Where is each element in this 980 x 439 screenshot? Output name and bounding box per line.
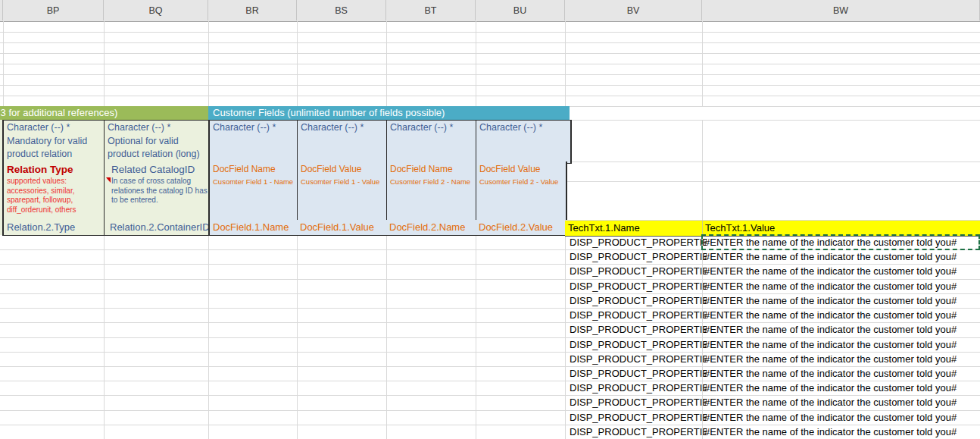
gridline-v (104, 21, 105, 106)
data-cell-value-row-6[interactable]: #ENTER the name of the indicator the cus… (702, 308, 980, 322)
data-cell-value-row-2[interactable]: #ENTER the name of the indicator the cus… (702, 249, 980, 264)
docfield-header-title: DocField Value (298, 161, 387, 175)
data-cell-name-row-7[interactable]: DISP_PRODUCT_PROPERTIES (565, 322, 707, 337)
docfield-header-subtitle: Cusomter Field 2 - Value (476, 175, 566, 187)
gridline-v (386, 21, 387, 106)
data-cell-value-row-5[interactable]: #ENTER the name of the indicator the cus… (702, 293, 980, 308)
band-customer-fields[interactable]: Customer Fields (unlimited number of fie… (208, 106, 570, 120)
data-cell-value-row-9[interactable]: #ENTER the name of the indicator the cus… (702, 352, 980, 366)
data-cell-name-row-11[interactable]: DISP_PRODUCT_PROPERTIES (565, 381, 707, 395)
data-cell-name-row-4[interactable]: DISP_PRODUCT_PROPERTIES (565, 279, 707, 293)
docfield-header-subtitle: Cusomter Field 2 - Name (387, 175, 476, 187)
gridline-h (0, 42, 980, 43)
docfield-header-title: DocField Name (210, 161, 298, 175)
cell-docfield-fieldname-4[interactable]: DocField.2.Value (476, 220, 570, 236)
band-customer-fields-label: Customer Fields (unlimited number of fie… (213, 107, 445, 118)
data-cell-value-row-12[interactable]: #ENTER the name of the indicator the cus… (702, 395, 980, 409)
docfield-header-subtitle: Cusomter Field 1 - Value (298, 175, 387, 187)
cell-docfield-header-3[interactable]: DocField NameCusomter Field 2 - Name (386, 161, 476, 220)
cell-docfield-fieldname-3[interactable]: DocField.2.Name (386, 220, 479, 236)
cell-bp-char-header[interactable]: Character (--) * Mandatory for valid pro… (2, 120, 110, 164)
gridline-h (0, 85, 980, 86)
cell-customer-char-header-2[interactable]: Character (--) * (297, 120, 392, 164)
cell-techtxt-value[interactable]: TechTxt.1.Value (702, 220, 980, 237)
column-header-BW[interactable]: BW (702, 0, 980, 20)
column-header-BT[interactable]: BT (386, 0, 476, 20)
data-cell-value-row-3[interactable]: #ENTER the name of the indicator the cus… (702, 264, 980, 278)
cell-relation2-containerid[interactable]: Relation.2.ContainerID (104, 220, 214, 236)
relation-type-title: Relation Type (7, 162, 108, 177)
data-cell-value-row-4[interactable]: #ENTER the name of the indicator the cus… (702, 279, 980, 293)
gridline-v (3, 21, 4, 106)
cell-relation2-type[interactable]: Relation.2.Type (2, 220, 108, 236)
docfield-header-title: DocField Value (476, 161, 566, 175)
gridline-v (565, 21, 566, 106)
cell-customer-char-header-3[interactable]: Character (--) * (386, 120, 481, 164)
column-header-BR[interactable]: BR (208, 0, 297, 20)
gridline-v (297, 235, 298, 439)
gridline-h (565, 120, 980, 121)
gridline-v (476, 235, 476, 439)
spreadsheet: BPBQBRBSBTBUBVBW .3 for additional refer… (0, 0, 980, 439)
cell-customer-char-header-4[interactable]: Character (--) * (476, 120, 572, 164)
gridline-v (702, 120, 703, 220)
docfield-header-title: DocField Name (387, 161, 476, 175)
data-cell-value-row-13[interactable]: #ENTER the name of the indicator the cus… (702, 410, 980, 425)
column-header-BQ[interactable]: BQ (104, 0, 208, 20)
data-cell-name-row-3[interactable]: DISP_PRODUCT_PROPERTIES (565, 264, 707, 278)
comment-indicator-icon (106, 177, 111, 183)
data-cell-name-row-10[interactable]: DISP_PRODUCT_PROPERTIES (565, 366, 707, 381)
data-cell-name-row-12[interactable]: DISP_PRODUCT_PROPERTIES (565, 395, 707, 409)
data-cell-value-row-8[interactable]: #ENTER the name of the indicator the cus… (702, 337, 980, 352)
cell-docfield-header-4[interactable]: DocField ValueCusomter Field 2 - Value (476, 161, 567, 220)
gridline-h (0, 64, 980, 64)
band-relations-label: .3 for additional references) (0, 107, 117, 118)
data-cell-name-row-13[interactable]: DISP_PRODUCT_PROPERTIES (565, 410, 707, 425)
gridline-h (0, 96, 980, 96)
cell-bq-char-header[interactable]: Character (--) * Optional for valid prod… (104, 120, 214, 164)
data-cell-name-row-5[interactable]: DISP_PRODUCT_PROPERTIES (565, 293, 707, 308)
data-cell-value-row-10[interactable]: #ENTER the name of the indicator the cus… (702, 366, 980, 381)
gridline-v (208, 21, 209, 106)
data-cell-value-row-7[interactable]: #ENTER the name of the indicator the cus… (702, 322, 980, 337)
band-relations[interactable]: .3 for additional references) (0, 106, 208, 120)
data-cell-value-row-11[interactable]: #ENTER the name of the indicator the cus… (702, 381, 980, 395)
data-cell-value-row-1[interactable]: #ENTER the name of the indicator the cus… (702, 235, 980, 249)
cell-related-catalogid[interactable]: Related CatalogID In case of cross catal… (104, 161, 216, 221)
data-cell-name-row-9[interactable]: DISP_PRODUCT_PROPERTIES (565, 352, 707, 366)
gridline-h (0, 53, 980, 54)
column-header-BV[interactable]: BV (565, 0, 702, 20)
gridline-v (702, 21, 703, 106)
gridline-v (386, 235, 387, 439)
cell-docfield-header-1[interactable]: DocField NameCusomter Field 1 - Name (208, 161, 298, 220)
gridline-v (208, 235, 209, 439)
gridline-h (565, 106, 980, 107)
column-header-BS[interactable]: BS (297, 0, 386, 20)
cell-docfield-fieldname-1[interactable]: DocField.1.Name (208, 220, 301, 236)
cell-docfield-fieldname-2[interactable]: DocField.1.Value (297, 220, 389, 236)
related-catalogid-title: Related CatalogID (111, 162, 216, 177)
column-header-BU[interactable]: BU (476, 0, 565, 20)
data-cell-name-row-8[interactable]: DISP_PRODUCT_PROPERTIES (565, 337, 707, 352)
data-cell-value-row-14[interactable]: #ENTER the name of the indicator the cus… (702, 425, 980, 439)
data-cell-name-row-1[interactable]: DISP_PRODUCT_PROPERTIES (565, 235, 707, 249)
gridline-v (297, 21, 298, 106)
cell-customer-char-header-1[interactable]: Character (--) * (208, 120, 303, 164)
column-header-row: BPBQBRBSBTBUBVBW (0, 0, 980, 22)
cell-techtxt-name[interactable]: TechTxt.1.Name (565, 220, 705, 237)
gridline-v (476, 21, 476, 106)
gridline-h (0, 32, 980, 33)
cell-docfield-header-2[interactable]: DocField ValueCusomter Field 1 - Value (297, 161, 387, 220)
column-header-BP[interactable]: BP (3, 0, 104, 20)
gridline-h (565, 181, 980, 182)
gridline-v (104, 235, 105, 439)
data-cell-name-row-14[interactable]: DISP_PRODUCT_PROPERTIES (565, 425, 707, 439)
data-cell-name-row-6[interactable]: DISP_PRODUCT_PROPERTIES (565, 308, 707, 322)
gridline-h (0, 74, 980, 75)
data-cell-name-row-2[interactable]: DISP_PRODUCT_PROPERTIES (565, 249, 707, 264)
gridline-h (565, 161, 980, 162)
docfield-header-subtitle: Cusomter Field 1 - Name (210, 175, 298, 187)
cell-relation-type[interactable]: Relation Type supported values: accessor… (2, 161, 108, 221)
